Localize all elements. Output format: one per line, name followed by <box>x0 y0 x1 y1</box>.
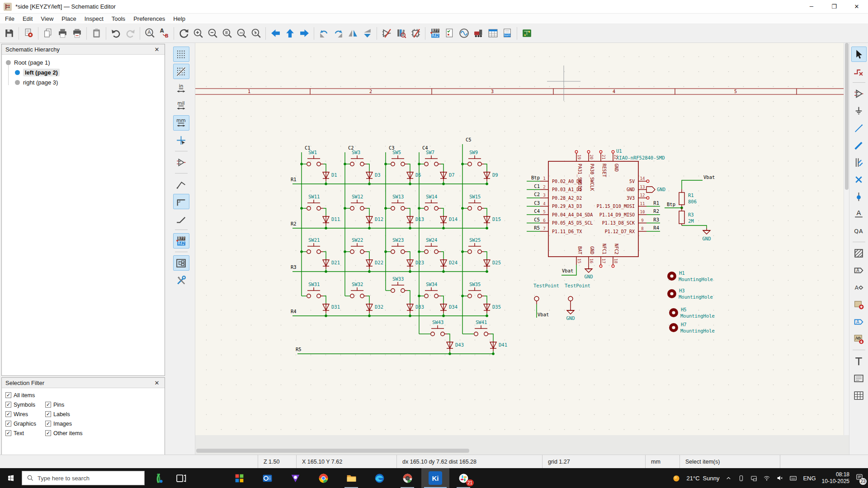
filter-all-items[interactable]: ✓All items <box>5 392 35 399</box>
grid-overrides-button[interactable] <box>173 64 189 79</box>
add-sheet-button[interactable] <box>851 297 867 312</box>
mounting-hole-H1[interactable]: H1MountingHole <box>667 270 713 282</box>
switch-SW33[interactable]: SW33 <box>386 276 407 292</box>
wire-hv-button[interactable] <box>173 194 189 209</box>
add-text-button[interactable] <box>851 353 867 369</box>
add-symbol-button[interactable] <box>851 86 867 101</box>
annotate-auto-button[interactable]: R??R42 <box>173 233 189 249</box>
add-net-label-button[interactable]: A <box>851 206 867 221</box>
redo-button[interactable] <box>123 26 137 41</box>
diode-D31[interactable]: D31 <box>323 296 340 317</box>
purple-app-taskbar-button[interactable] <box>281 468 309 488</box>
diode-D3[interactable]: D3 <box>366 164 381 185</box>
wire-free-angle-button[interactable] <box>173 177 189 192</box>
switch-SW5[interactable]: SW5 <box>384 150 407 166</box>
diode-D25[interactable]: D25 <box>484 252 501 273</box>
save-button[interactable] <box>2 26 16 41</box>
switch-SW11[interactable]: SW11 <box>300 194 323 210</box>
properties-panel-button[interactable] <box>173 272 189 288</box>
explorer-taskbar-button[interactable] <box>337 468 365 488</box>
simulator-button[interactable] <box>457 26 471 41</box>
switch-SW14[interactable]: SW14 <box>418 194 441 210</box>
switch-SW41[interactable]: SW41 <box>462 319 491 336</box>
pages-button[interactable] <box>41 26 55 41</box>
zoom-objects-button[interactable] <box>234 26 249 41</box>
clock[interactable]: 08:18 10-10-2025 <box>822 471 849 485</box>
add-sheet-pin-button[interactable]: A <box>851 314 867 329</box>
switch-SW7[interactable]: SW7 <box>418 150 441 166</box>
diode-D7[interactable]: D7 <box>440 164 455 185</box>
diode-D1[interactable]: D1 <box>323 164 337 185</box>
filter-labels[interactable]: ✓Labels <box>45 411 85 418</box>
hierarchy-item-root[interactable]: Root (page 1) <box>2 57 165 67</box>
units-mil-button[interactable]: mil <box>173 98 189 113</box>
grid-dots-button[interactable] <box>173 47 189 62</box>
add-wire-button[interactable] <box>851 120 867 136</box>
hierarchy-navigator-button[interactable] <box>173 255 189 271</box>
touch-keyboard-icon[interactable] <box>789 474 797 482</box>
slack-taskbar-button[interactable]: 21 <box>449 468 477 488</box>
zoom-out-button[interactable] <box>205 26 220 41</box>
switch-SW1[interactable]: SW1 <box>300 150 323 166</box>
filter-other-items[interactable]: ✓Other items <box>45 430 85 436</box>
mcu-symbol-U1[interactable]: U1XIAO-nRF52840-SMD1P0.02_A0_D0Btp2P0.03… <box>527 148 665 279</box>
switch-SW34[interactable]: SW34 <box>418 282 441 298</box>
notification-center-button[interactable]: 23 <box>855 473 863 483</box>
add-bus-button[interactable] <box>851 137 867 153</box>
key-matrix[interactable]: C1C2C3C4C5R1R2R3R4R5SW1D1SW3D3SW5D5SW7D7… <box>291 137 507 355</box>
units-mm-button[interactable]: mm <box>173 115 189 131</box>
mounting-hole-H7[interactable]: H7MountingHole <box>669 322 715 333</box>
print-button[interactable] <box>55 26 70 41</box>
sheet-settings-button[interactable] <box>21 26 36 41</box>
add-table-button[interactable] <box>851 388 867 403</box>
field-table-button[interactable] <box>486 26 500 41</box>
diode-D11[interactable]: D11 <box>323 208 340 230</box>
wire-45-button[interactable] <box>173 211 189 226</box>
diode-D23[interactable]: D23 <box>407 252 424 273</box>
diode-D34[interactable]: D34 <box>440 296 458 317</box>
annotate-button[interactable]: R??R42 <box>428 26 442 41</box>
diode-D24[interactable]: D24 <box>440 252 458 273</box>
bom-button[interactable]: bom <box>500 26 514 41</box>
filter-pins[interactable]: ✓Pins <box>45 402 85 408</box>
outlook-taskbar-button[interactable] <box>253 468 281 488</box>
diode-D21[interactable]: D21 <box>323 252 340 273</box>
hierarchy-item-left[interactable]: left (page 2) <box>2 67 165 77</box>
menu-place[interactable]: Place <box>57 14 80 23</box>
language-indicator[interactable]: ENG <box>803 475 816 482</box>
chrome-taskbar-button[interactable] <box>309 468 337 488</box>
add-rule-area-button[interactable] <box>851 245 867 261</box>
switch-SW3[interactable]: SW3 <box>344 150 367 166</box>
kicad-taskbar-button[interactable]: Ki <box>421 468 449 488</box>
import-sheet-pin-button[interactable]: A <box>851 331 867 347</box>
plot-button[interactable] <box>70 26 84 41</box>
units-in-button[interactable]: in <box>173 81 189 96</box>
hierarchy-item-right[interactable]: right (page 3) <box>2 77 165 87</box>
switch-SW22[interactable]: SW22 <box>344 237 367 253</box>
add-bus-entry-button[interactable] <box>851 155 867 170</box>
rotate-ccw-button[interactable] <box>316 26 331 41</box>
paste-button[interactable] <box>89 26 104 41</box>
wifi-icon[interactable] <box>763 474 770 482</box>
selection-filter-close-icon[interactable]: ✕ <box>153 380 161 386</box>
diode-D43[interactable]: D43 <box>447 334 464 355</box>
zoom-in-button[interactable] <box>191 26 205 41</box>
close-button[interactable]: ✕ <box>845 0 868 13</box>
filter-graphics[interactable]: ✓Graphics <box>5 421 45 427</box>
menu-inspect[interactable]: Inspect <box>80 14 108 23</box>
zoom-page-button[interactable] <box>220 26 234 41</box>
start-button[interactable] <box>0 468 22 488</box>
mounting-hole-H3[interactable]: H3MountingHole <box>667 288 713 300</box>
menu-file[interactable]: File <box>1 14 19 23</box>
footprint-editor-button[interactable] <box>408 26 423 41</box>
pcb-editor-button[interactable] <box>519 26 534 41</box>
minimize-button[interactable]: ─ <box>800 0 823 13</box>
rotate-cw-button[interactable] <box>331 26 345 41</box>
symbol-browser-button[interactable] <box>394 26 408 41</box>
mirror-v-button[interactable] <box>360 26 374 41</box>
diode-D35[interactable]: D35 <box>484 296 501 317</box>
select-arrow-button[interactable] <box>851 47 867 62</box>
switch-SW13[interactable]: SW13 <box>384 194 407 210</box>
nav-forward-button[interactable] <box>297 26 311 41</box>
switch-SW32[interactable]: SW32 <box>345 282 367 298</box>
